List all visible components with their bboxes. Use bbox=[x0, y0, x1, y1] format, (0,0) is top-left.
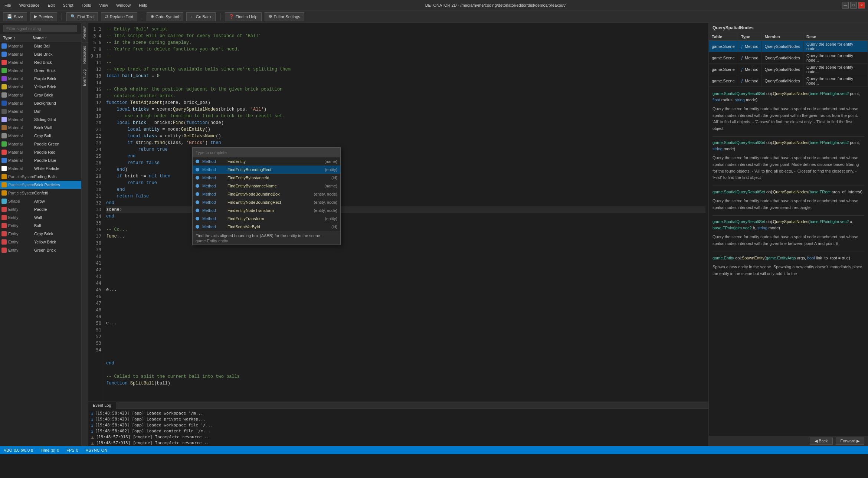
autocomplete-item[interactable]: MethodFindEntityByInstanceId(id) bbox=[193, 174, 340, 182]
asset-item[interactable]: MaterialWhite Particle bbox=[0, 164, 81, 173]
asset-item[interactable]: EntityGreen Brick bbox=[0, 246, 81, 254]
autocomplete-item[interactable]: MethodFindEntityByInstanceName(name) bbox=[193, 182, 340, 190]
asset-item[interactable]: MaterialDim bbox=[0, 107, 81, 115]
ac-type-indicator bbox=[196, 192, 199, 196]
asset-item[interactable]: MaterialRed Brick bbox=[0, 58, 81, 66]
asset-type-icon bbox=[1, 84, 7, 89]
menu-window[interactable]: Window bbox=[115, 2, 132, 8]
save-button[interactable]: 💾 Save bbox=[3, 12, 27, 21]
ac-item-name: FindEntityTransform bbox=[227, 216, 322, 221]
event-log-side-tab[interactable]: Event Log bbox=[82, 66, 88, 89]
autocomplete-item[interactable]: MethodFindEntity(name) bbox=[193, 157, 340, 166]
autocomplete-item[interactable]: MethodFindEntityNodeTransform(entity, no… bbox=[193, 206, 340, 215]
asset-item[interactable]: MaterialSliding Glint bbox=[0, 115, 81, 124]
asset-type-icon bbox=[1, 43, 7, 49]
docs-table-row[interactable]: game.SceneƒMethodQuerySpatialNodesQuery … bbox=[709, 75, 868, 87]
menu-edit[interactable]: Edit bbox=[46, 2, 56, 8]
ac-type-indicator bbox=[196, 168, 199, 171]
replace-text-button[interactable]: ⇄ Replace Text bbox=[101, 12, 137, 21]
docs-table-cell-member[interactable]: QuerySpatialNodes bbox=[761, 41, 803, 52]
docs-table-row[interactable]: game.SceneƒMethodQuerySpatialNodesQuery … bbox=[709, 41, 868, 52]
asset-item[interactable]: EntityWall bbox=[0, 213, 81, 222]
preview-button[interactable]: ▶ Preview bbox=[30, 12, 57, 21]
ac-item-type: Method bbox=[202, 167, 225, 172]
docs-table-cell-table[interactable]: game.Scene bbox=[709, 52, 738, 64]
filter-input[interactable] bbox=[3, 25, 77, 32]
asset-item[interactable]: MaterialBlue Ball bbox=[0, 42, 81, 50]
asset-item[interactable]: ParticleSystemFading Balls bbox=[0, 173, 81, 181]
editor-settings-button[interactable]: ⚙ Editor Settings bbox=[265, 12, 305, 21]
docs-back-button[interactable]: ◀ Back bbox=[810, 438, 833, 445]
goto-symbol-button[interactable]: ⊕ Goto Symbol bbox=[147, 12, 183, 21]
asset-item[interactable]: EntityYellow Brick bbox=[0, 238, 81, 246]
autocomplete-item[interactable]: MethodFindEntityNodeBoundingBox(entity, … bbox=[193, 190, 340, 198]
minimize-button[interactable]: — bbox=[842, 2, 849, 9]
name-column-header[interactable]: Name ↕ bbox=[33, 36, 78, 40]
autocomplete-item[interactable]: MethodFindEntityBoundingRect(entity) bbox=[193, 166, 340, 174]
asset-item[interactable]: MaterialGreen Brick bbox=[0, 66, 81, 75]
asset-item[interactable]: MaterialPaddle Red bbox=[0, 148, 81, 156]
docs-table-header-type: Type bbox=[738, 33, 761, 41]
docs-table-cell-member[interactable]: QuerySpatialNodes bbox=[761, 75, 803, 87]
asset-name-label: Brick Wall bbox=[34, 125, 80, 130]
asset-item[interactable]: MaterialBackground bbox=[0, 99, 81, 107]
menu-tools[interactable]: Tools bbox=[80, 2, 93, 8]
docs-table-cell-member[interactable]: QuerySpatialNodes bbox=[761, 52, 803, 64]
docs-body: Query the scene for entity nodes that ha… bbox=[713, 198, 864, 211]
menu-file[interactable]: File bbox=[3, 2, 13, 8]
asset-item[interactable]: MaterialPurple Brick bbox=[0, 75, 81, 83]
resources-side-tab[interactable]: Resources bbox=[82, 43, 88, 67]
event-log-tab[interactable]: Event Log bbox=[88, 402, 116, 409]
asset-item[interactable]: MaterialBrick Wall bbox=[0, 124, 81, 132]
menu-workspace[interactable]: Workspace bbox=[18, 2, 41, 8]
find-text-button[interactable]: 🔍 Find Text bbox=[66, 12, 98, 21]
asset-item[interactable]: MaterialGray Ball bbox=[0, 132, 81, 140]
type-column-header[interactable]: Type ↕ bbox=[3, 36, 33, 40]
close-button[interactable]: ✕ bbox=[858, 2, 865, 9]
toolbar-separator bbox=[62, 13, 62, 20]
go-back-button[interactable]: ← Go Back bbox=[186, 12, 216, 21]
docs-table-row[interactable]: game.SceneƒMethodQuerySpatialNodesQuery … bbox=[709, 52, 868, 64]
docs-table-cell-table[interactable]: game.Scene bbox=[709, 64, 738, 75]
docs-signature: game.SpatialQueryResultSet obj:QuerySpat… bbox=[713, 189, 864, 195]
docs-table-cell-table[interactable]: game.Scene bbox=[709, 41, 738, 52]
docs-table-row[interactable]: game.SceneƒMethodQuerySpatialNodesQuery … bbox=[709, 64, 868, 75]
menu-view[interactable]: View bbox=[98, 2, 109, 8]
asset-item[interactable]: MaterialBlue Brick bbox=[0, 50, 81, 58]
docs-forward-button[interactable]: Forward ▶ bbox=[836, 438, 864, 445]
autocomplete-item[interactable]: MethodFindScriptVarById(id) bbox=[193, 223, 340, 231]
ac-item-params: (name) bbox=[324, 184, 337, 188]
docs-table-cell-desc: Query the scene for entity node... bbox=[803, 64, 868, 75]
asset-item[interactable]: ShapeArrow bbox=[0, 197, 81, 205]
fps-value: 0 bbox=[76, 448, 78, 452]
asset-item[interactable]: MaterialYellow Brick bbox=[0, 83, 81, 91]
asset-item[interactable]: ParticleSystemBrick Particles bbox=[0, 181, 81, 189]
asset-item[interactable]: EntityGray Brick bbox=[0, 230, 81, 238]
docs-panel: QuerySpatialNodes Table Type Member Desc… bbox=[708, 23, 868, 446]
menu-script[interactable]: Script bbox=[62, 2, 75, 8]
asset-type-label: ParticleSystem bbox=[8, 174, 34, 179]
log-item: ℹ[19:48:58:423] [app] Loaded private wor… bbox=[91, 416, 705, 422]
asset-item[interactable]: EntityBall bbox=[0, 222, 81, 230]
code-editor[interactable]: 1 2 3 4 5 6 7 8 9 10 11 12 13 14 15 16 1… bbox=[88, 23, 708, 402]
find-in-help-button[interactable]: ❓ Find in Help bbox=[225, 12, 262, 21]
docs-scroll[interactable]: game.SpatialQueryResultSet obj:QuerySpat… bbox=[709, 87, 868, 436]
maximize-button[interactable]: □ bbox=[850, 2, 857, 9]
autocomplete-item[interactable]: MethodFindEntityNodeBoundingRect(entity,… bbox=[193, 198, 340, 206]
ac-item-name: FindEntityByInstanceName bbox=[227, 184, 321, 188]
preview-side-tab[interactable]: Preview bbox=[82, 23, 88, 43]
menu-help[interactable]: Help bbox=[137, 2, 149, 8]
asset-item[interactable]: ParticleSystemConfetti bbox=[0, 189, 81, 197]
asset-item[interactable]: MaterialGray Brick bbox=[0, 91, 81, 99]
asset-item[interactable]: EntityPaddle bbox=[0, 205, 81, 213]
asset-type-icon bbox=[1, 174, 7, 179]
asset-item[interactable]: MaterialPaddle Green bbox=[0, 140, 81, 148]
window-controls: — □ ✕ bbox=[842, 2, 865, 9]
docs-table-cell-table[interactable]: game.Scene bbox=[709, 75, 738, 87]
autocomplete-item[interactable]: MethodFindEntityTransform(entity) bbox=[193, 215, 340, 223]
asset-name-label: Green Brick bbox=[34, 248, 80, 252]
autocomplete-input[interactable] bbox=[193, 148, 340, 157]
docs-table-cell-member[interactable]: QuerySpatialNodes bbox=[761, 64, 803, 75]
asset-item[interactable]: MaterialPaddle Blue bbox=[0, 156, 81, 164]
info-icon: ℹ bbox=[91, 411, 93, 416]
